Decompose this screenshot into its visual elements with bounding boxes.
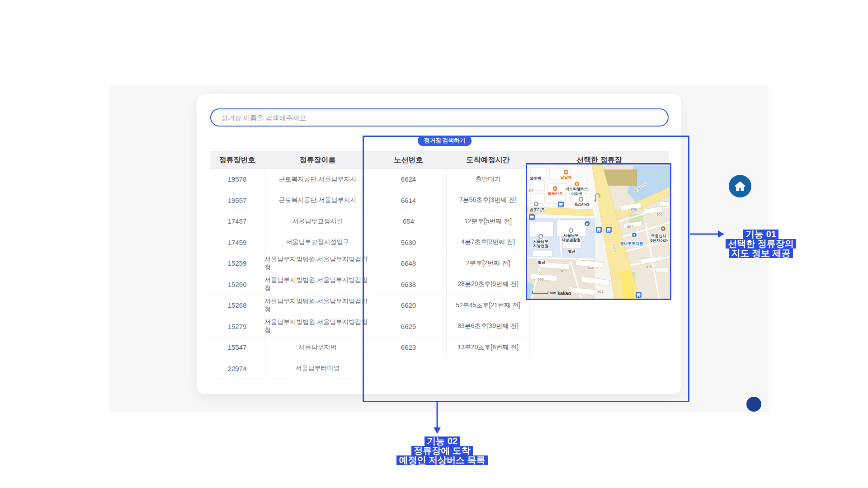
map-scale-label: 50m bbox=[550, 291, 556, 295]
stop-no[interactable]: 15260 bbox=[210, 274, 264, 296]
eta: 4분7초후[2번째 전] bbox=[447, 232, 530, 253]
stop-table-header-no: 정류장번호 bbox=[210, 151, 264, 169]
eta: 7분56초후[3번째 전] bbox=[447, 190, 530, 211]
stop-table-header-name: 정류장이름 bbox=[264, 151, 371, 169]
annotation-line: 기능 01 bbox=[743, 230, 778, 239]
road-name: 신월로 bbox=[536, 209, 545, 213]
route-no: 654 bbox=[371, 211, 447, 232]
eta: 2분후[2번째 전] bbox=[447, 253, 530, 274]
map-block-number: 905 bbox=[560, 269, 566, 273]
stop-no[interactable]: 15547 bbox=[210, 337, 264, 358]
route-no: 6624 bbox=[371, 169, 447, 190]
map-label: 꿈나무유치원 bbox=[620, 241, 643, 246]
annotation-line: 지도 정보 제공 bbox=[729, 249, 793, 258]
page: 정류장번호 정류장이름 19578 근로복지공단.서울남부지사 19557 근로… bbox=[0, 0, 868, 488]
route-no: 6620 bbox=[371, 295, 447, 316]
annotation-line: 정류장에 도착 bbox=[411, 446, 473, 455]
map-label: 아파트 bbox=[571, 192, 583, 196]
stop-no[interactable]: 17459 bbox=[210, 232, 264, 253]
stop-name[interactable]: 서울남부터미널 bbox=[264, 358, 371, 380]
stop-name[interactable]: 서울남부지방법원.서울남부지방검찰청 bbox=[264, 253, 371, 274]
map-label: 목동카츠 bbox=[547, 191, 563, 196]
stop-name[interactable]: 서울남부교정시설입구 bbox=[264, 232, 371, 253]
map-label: 서울남부 bbox=[533, 239, 549, 244]
map-label: 목동신시. bbox=[651, 234, 667, 238]
stop-table: 정류장번호 정류장이름 19578 근로복지공단.서울남부지사 19557 근로… bbox=[210, 151, 371, 379]
annotation-line: 기능 02 bbox=[425, 436, 460, 446]
eta: 28분29초후[9번째 전] bbox=[447, 274, 530, 296]
annotation-feature-02: 기능 02 정류장에 도착 예정인 저상버스 목록 bbox=[383, 436, 501, 465]
map-block-number: 807 bbox=[627, 225, 633, 229]
stop-name[interactable]: 서울남부지방법원.서울남부지방검찰청 bbox=[264, 274, 371, 296]
map-block-number: 904 bbox=[587, 266, 593, 270]
route-no: 6648 bbox=[371, 253, 447, 274]
arrival-table-header-route: 노선번호 bbox=[371, 151, 447, 169]
eta: 52분45초후[21번째 전] bbox=[447, 295, 530, 316]
map-label: 서울남부 bbox=[563, 233, 579, 238]
bus-stop-icon bbox=[636, 292, 642, 298]
kakao-map-canvas: P 성주택 달달애 24 목동카츠 이스타 bbox=[527, 164, 670, 299]
map-block-number: 903 bbox=[597, 290, 604, 294]
route-no: 5630 bbox=[371, 232, 447, 253]
annotation-line: 선택한 정류장의 bbox=[726, 239, 796, 249]
route-no: 6623 bbox=[371, 337, 447, 358]
parking-icon-letter: P bbox=[586, 222, 589, 226]
kakao-logo: kakao bbox=[557, 291, 571, 296]
stop-no[interactable]: 15279 bbox=[210, 316, 264, 338]
bus-stop-icon bbox=[558, 202, 564, 207]
route-no: 6638 bbox=[371, 274, 447, 296]
stop-name[interactable]: 근로복지공단.서울남부지사 bbox=[264, 190, 371, 211]
bus-stop-icon bbox=[596, 227, 602, 233]
eta: 83분6초후[39번째 전] bbox=[447, 316, 530, 338]
stop-name[interactable]: 서울남부지법 bbox=[264, 337, 371, 358]
search-input[interactable] bbox=[210, 108, 669, 127]
map-label: 달달애 bbox=[560, 175, 572, 179]
stop-no[interactable]: 15259 bbox=[210, 253, 264, 274]
stop-no[interactable]: 19557 bbox=[210, 190, 264, 211]
map-block-number: 806 bbox=[631, 207, 637, 211]
map-label: 8단지아파 bbox=[651, 238, 668, 243]
stop-no[interactable]: 17457 bbox=[210, 211, 264, 232]
stop-name[interactable]: 서울남부교정시설 bbox=[264, 211, 371, 232]
eta: 출발대기 bbox=[447, 169, 530, 190]
home-icon bbox=[733, 179, 747, 193]
stop-no[interactable]: 19578 bbox=[210, 169, 264, 190]
selected-stop-map[interactable]: P 성주택 달달애 24 목동카츠 이스타 bbox=[526, 163, 671, 300]
map-label: 별관 bbox=[568, 249, 576, 253]
map-block-number: 906 bbox=[538, 277, 544, 282]
map-label: 지방법원 bbox=[533, 244, 548, 248]
stop-no[interactable]: 15268 bbox=[210, 295, 264, 316]
home-button[interactable] bbox=[729, 175, 751, 197]
eta: 12분후[5번째 전] bbox=[447, 211, 530, 232]
map-label: 폭스바겐 bbox=[574, 202, 590, 206]
route-no: 6614 bbox=[371, 190, 447, 211]
map-label: 24 bbox=[528, 188, 533, 192]
annotation-line: 예정인 저상버스 목록 bbox=[396, 455, 487, 465]
eta: 13분20초후[6번째 전] bbox=[447, 337, 530, 358]
map-block-number: 810 bbox=[646, 265, 652, 269]
stop-name[interactable]: 서울남부지방법원.서울남부지방검찰청 bbox=[264, 295, 371, 316]
bus-stop-icon bbox=[606, 227, 612, 233]
route-no: 6625 bbox=[371, 316, 447, 338]
stop-no[interactable]: 22974 bbox=[210, 358, 264, 380]
stop-name[interactable]: 근로복지공단.서울남부지사 bbox=[264, 169, 371, 190]
search-station-button[interactable]: 정거장 검색하기 bbox=[418, 136, 472, 146]
stop-name[interactable]: 서울남부지방법원.서울남부지방검찰청 bbox=[264, 316, 371, 338]
map-label: 성주택 bbox=[529, 176, 541, 180]
arrival-table-header-eta: 도착예정시간 bbox=[447, 151, 530, 169]
arrow-down-icon bbox=[430, 402, 444, 436]
annotation-feature-01: 기능 01 선택한 정류장의 지도 정보 제공 bbox=[704, 230, 817, 258]
scroll-top-button[interactable] bbox=[746, 397, 761, 412]
map-label: 이스타팰리스 bbox=[566, 187, 589, 191]
map-block-number: 805 bbox=[656, 212, 663, 216]
map-label: 별관 bbox=[538, 260, 546, 264]
map-label: 지방검찰청 bbox=[561, 238, 581, 242]
bus-stop-icon bbox=[529, 214, 535, 220]
